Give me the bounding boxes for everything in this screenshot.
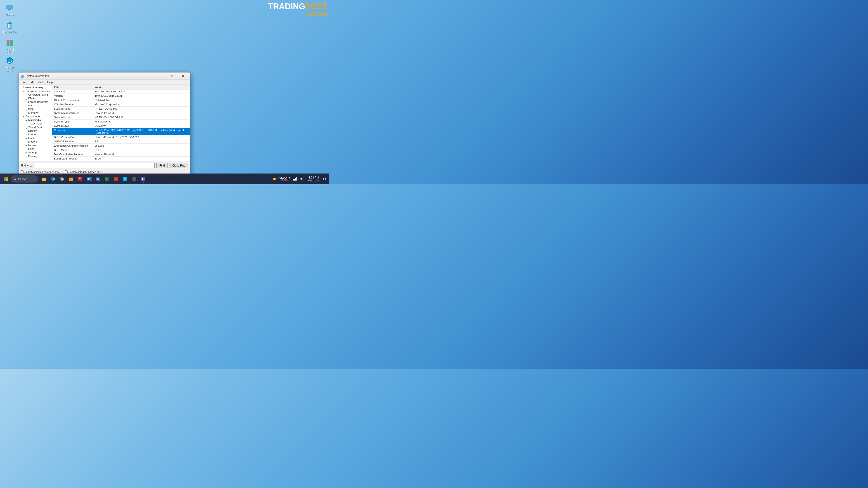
table-cell-item: System Model	[52, 115, 93, 120]
tree-item-dma[interactable]: ⎯ DMA	[19, 96, 52, 100]
window-close-button[interactable]: ✕	[178, 73, 188, 79]
window-maximize-button[interactable]: □	[167, 73, 178, 79]
taskbar-search-text: Search	[18, 177, 27, 181]
tree-item-printing[interactable]: ⎯ Printing	[19, 154, 52, 158]
menu-file[interactable]: File	[20, 80, 28, 84]
tree-panel: System Summary ▼ Hardware Resources ⎯ Co…	[19, 85, 52, 162]
window-minimize-button[interactable]: −	[156, 73, 166, 79]
svg-rect-11	[10, 40, 13, 43]
table-row[interactable]: Embedded Controller Version255.255	[52, 144, 190, 148]
svg-text:P: P	[115, 177, 116, 181]
tree-item-display[interactable]: ⎯ Display	[19, 129, 52, 133]
table-cell-value: UEFI	[93, 148, 190, 152]
tree-item-io[interactable]: ⎯ I/O	[19, 104, 52, 107]
table-cell-value: 10.0.22631 Build 22631	[93, 94, 190, 98]
tree-item-modem[interactable]: ⎯ Modem	[19, 140, 52, 143]
table-row[interactable]: System Typex64-based PC	[52, 120, 190, 124]
taskbar-app-file-manager[interactable]	[67, 175, 75, 183]
find-input[interactable]	[35, 163, 155, 168]
taskbar-app-edge[interactable]	[49, 175, 57, 183]
table-row[interactable]: BaseBoard ManufacturerHewlett-Packard	[52, 152, 190, 157]
table-cell-value: Microsoft Corporation	[93, 102, 190, 107]
table-cell-item: Embedded Controller Version	[52, 144, 93, 148]
menu-edit[interactable]: Edit	[28, 80, 36, 84]
systray-forex[interactable]: USD/JPY -1.29%	[278, 176, 291, 182]
tree-item-ports[interactable]: ⎯ Ports	[19, 147, 52, 151]
tree-item-multimedia[interactable]: ▶ Multimedia	[19, 118, 52, 122]
svg-text:T: T	[142, 178, 143, 181]
tree-item-storage[interactable]: ▶ Storage	[19, 151, 52, 154]
svg-rect-2	[8, 9, 11, 10]
start-button[interactable]	[2, 175, 10, 183]
tree-item-conflicts-sharing[interactable]: ⎯ Conflicts/Sharing	[19, 93, 52, 96]
desktop-icon-microsoft-edge[interactable]: Microsoft Edge	[2, 55, 18, 73]
checkbox-selected-category-input[interactable]	[21, 170, 24, 173]
expander-icon: ▶	[25, 119, 28, 121]
taskbar-app-excel[interactable]: X	[103, 175, 111, 183]
search-icon	[13, 177, 17, 181]
checkbox-selected-category[interactable]: Search selected category only	[21, 170, 59, 173]
svg-rect-1	[6, 5, 13, 8]
expander-icon: ⎯	[25, 140, 28, 143]
table-row[interactable]: System SKUD0A59AV	[52, 124, 190, 128]
table-row[interactable]: SMBIOS Version2.7	[52, 139, 190, 144]
taskbar-app-teams[interactable]: T	[139, 175, 147, 183]
svg-rect-33	[70, 179, 72, 180]
table-row[interactable]: System NameHP-ELITEONE-800	[52, 107, 190, 111]
close-find-button[interactable]: Close Find	[169, 163, 188, 168]
taskbar-app-file-explorer[interactable]	[40, 175, 48, 183]
table-row[interactable]: BIOS Version/DateHewlett-Packard L01 v02…	[52, 135, 190, 139]
tree-item-cd-rom[interactable]: ⎯ CD-ROM	[19, 122, 52, 125]
table-row[interactable]: BaseBoard Product18E6	[52, 157, 190, 161]
table-row[interactable]: Version10.0.22631 Build 22631	[52, 94, 190, 98]
desktop-icon-recycle-bin[interactable]: Recycle Bin	[2, 20, 18, 35]
expander-icon: ▶	[25, 144, 28, 147]
find-button[interactable]: Find	[156, 163, 167, 168]
systray-network[interactable]	[292, 177, 298, 181]
tree-item-infrared[interactable]: ⎯ Infrared	[19, 133, 52, 136]
tree-item-system-summary[interactable]: System Summary	[19, 86, 52, 89]
tree-item-forced-hardware[interactable]: ⎯ Forced Hardware	[19, 100, 52, 104]
table-row[interactable]: BaseBoard VersionNot Available	[52, 161, 190, 162]
svg-rect-67	[323, 179, 324, 180]
notification-center-icon	[323, 177, 326, 181]
info-table: Item Value OS NameMicrosoft Windows 11 P…	[52, 85, 190, 162]
menu-view[interactable]: View	[36, 80, 45, 84]
taskbar-app-outlook[interactable]	[85, 175, 93, 183]
svg-rect-6	[8, 22, 11, 23]
table-row[interactable]: BIOS ModeUEFI	[52, 148, 190, 152]
tree-item-memory[interactable]: ⎯ Memory	[19, 111, 52, 115]
table-row[interactable]: System ManufacturerHewlett-Packard	[52, 111, 190, 115]
menu-help[interactable]: Help	[45, 80, 55, 84]
desktop-icon-control-panel[interactable]: Control Panel	[2, 37, 18, 55]
table-cell-value: Hewlett-Packard	[93, 152, 190, 157]
systray-volume[interactable]	[299, 177, 305, 181]
desktop-icon-microsoft-edge-label: Microsoft Edge	[3, 66, 17, 72]
tree-item-hardware-resources[interactable]: ▼ Hardware Resources	[19, 89, 52, 93]
desktop-icon-this-pc[interactable]: This PC	[2, 2, 18, 17]
table-row[interactable]: OS ManufacturerMicrosoft Corporation	[52, 102, 190, 107]
systray-notification[interactable]: 1	[272, 177, 277, 181]
taskbar-app-skype[interactable]: S	[121, 175, 129, 183]
notification-center-button[interactable]	[322, 175, 327, 183]
clock[interactable]: 8:08 PM 8/24/2024	[306, 175, 320, 182]
tree-item-input[interactable]: ▶ Input	[19, 136, 52, 140]
table-row[interactable]: System ModelHP EliteOne 800 G1 AiO	[52, 115, 190, 120]
taskbar-search[interactable]: Search	[11, 175, 38, 183]
table-row[interactable]: Other OS DescriptionNot Available	[52, 98, 190, 102]
expander-icon: ⎯	[25, 93, 28, 96]
taskbar-app-powerpoint[interactable]: P	[112, 175, 120, 183]
tree-item-irqs[interactable]: ⎯ IRQs	[19, 107, 52, 111]
table-row[interactable]: OS NameMicrosoft Windows 11 Pro	[52, 90, 190, 94]
taskbar-app-word[interactable]: W	[94, 175, 102, 183]
taskbar-app-photos[interactable]	[76, 175, 84, 183]
expander-icon: ▶	[25, 137, 28, 139]
checkbox-category-names[interactable]: Search category names only	[65, 170, 101, 173]
tree-item-sound-device[interactable]: ⎯ Sound Device	[19, 125, 52, 129]
taskbar-app-settings[interactable]	[130, 175, 138, 183]
tree-item-components[interactable]: ▼ Components	[19, 115, 52, 118]
checkbox-category-names-input[interactable]	[65, 170, 68, 173]
table-row[interactable]: ProcessorIntel(R) Core(TM) i5-4670S CPU …	[52, 128, 190, 135]
tree-item-network[interactable]: ▶ Network	[19, 143, 52, 147]
taskbar-app-chrome[interactable]	[58, 175, 66, 183]
